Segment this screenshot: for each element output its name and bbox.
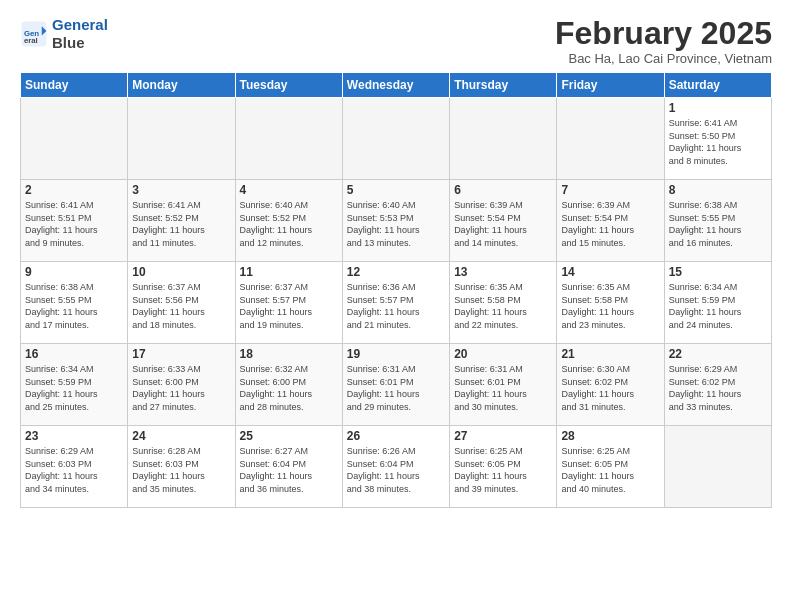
day-info: Sunrise: 6:40 AM Sunset: 5:53 PM Dayligh… — [347, 199, 445, 249]
day-cell: 14Sunrise: 6:35 AM Sunset: 5:58 PM Dayli… — [557, 262, 664, 344]
day-number: 6 — [454, 183, 552, 197]
day-info: Sunrise: 6:31 AM Sunset: 6:01 PM Dayligh… — [347, 363, 445, 413]
svg-text:eral: eral — [24, 36, 38, 45]
day-info: Sunrise: 6:36 AM Sunset: 5:57 PM Dayligh… — [347, 281, 445, 331]
day-cell — [235, 98, 342, 180]
header-cell-thursday: Thursday — [450, 73, 557, 98]
day-cell: 28Sunrise: 6:25 AM Sunset: 6:05 PM Dayli… — [557, 426, 664, 508]
day-number: 23 — [25, 429, 123, 443]
day-number: 16 — [25, 347, 123, 361]
day-number: 4 — [240, 183, 338, 197]
day-cell — [450, 98, 557, 180]
day-cell: 1Sunrise: 6:41 AM Sunset: 5:50 PM Daylig… — [664, 98, 771, 180]
day-cell — [128, 98, 235, 180]
day-number: 12 — [347, 265, 445, 279]
page: Gen eral General Blue February 2025 Bac … — [0, 0, 792, 518]
day-cell: 26Sunrise: 6:26 AM Sunset: 6:04 PM Dayli… — [342, 426, 449, 508]
day-info: Sunrise: 6:25 AM Sunset: 6:05 PM Dayligh… — [454, 445, 552, 495]
day-number: 20 — [454, 347, 552, 361]
day-cell — [664, 426, 771, 508]
day-info: Sunrise: 6:31 AM Sunset: 6:01 PM Dayligh… — [454, 363, 552, 413]
day-number: 9 — [25, 265, 123, 279]
day-number: 3 — [132, 183, 230, 197]
day-number: 5 — [347, 183, 445, 197]
day-cell: 3Sunrise: 6:41 AM Sunset: 5:52 PM Daylig… — [128, 180, 235, 262]
subtitle: Bac Ha, Lao Cai Province, Vietnam — [555, 51, 772, 66]
day-cell: 6Sunrise: 6:39 AM Sunset: 5:54 PM Daylig… — [450, 180, 557, 262]
day-number: 7 — [561, 183, 659, 197]
calendar-table: SundayMondayTuesdayWednesdayThursdayFrid… — [20, 72, 772, 508]
day-cell: 23Sunrise: 6:29 AM Sunset: 6:03 PM Dayli… — [21, 426, 128, 508]
day-cell: 25Sunrise: 6:27 AM Sunset: 6:04 PM Dayli… — [235, 426, 342, 508]
header-cell-monday: Monday — [128, 73, 235, 98]
day-cell: 15Sunrise: 6:34 AM Sunset: 5:59 PM Dayli… — [664, 262, 771, 344]
day-info: Sunrise: 6:41 AM Sunset: 5:50 PM Dayligh… — [669, 117, 767, 167]
day-cell: 17Sunrise: 6:33 AM Sunset: 6:00 PM Dayli… — [128, 344, 235, 426]
day-info: Sunrise: 6:39 AM Sunset: 5:54 PM Dayligh… — [561, 199, 659, 249]
week-row-4: 16Sunrise: 6:34 AM Sunset: 5:59 PM Dayli… — [21, 344, 772, 426]
header-row: SundayMondayTuesdayWednesdayThursdayFrid… — [21, 73, 772, 98]
day-number: 25 — [240, 429, 338, 443]
day-cell: 21Sunrise: 6:30 AM Sunset: 6:02 PM Dayli… — [557, 344, 664, 426]
logo-text: General Blue — [52, 16, 108, 52]
day-number: 26 — [347, 429, 445, 443]
day-cell: 27Sunrise: 6:25 AM Sunset: 6:05 PM Dayli… — [450, 426, 557, 508]
day-cell — [557, 98, 664, 180]
day-info: Sunrise: 6:39 AM Sunset: 5:54 PM Dayligh… — [454, 199, 552, 249]
day-cell: 16Sunrise: 6:34 AM Sunset: 5:59 PM Dayli… — [21, 344, 128, 426]
day-cell — [21, 98, 128, 180]
day-cell: 12Sunrise: 6:36 AM Sunset: 5:57 PM Dayli… — [342, 262, 449, 344]
day-cell: 24Sunrise: 6:28 AM Sunset: 6:03 PM Dayli… — [128, 426, 235, 508]
day-number: 24 — [132, 429, 230, 443]
day-cell — [342, 98, 449, 180]
day-cell: 20Sunrise: 6:31 AM Sunset: 6:01 PM Dayli… — [450, 344, 557, 426]
day-number: 11 — [240, 265, 338, 279]
day-cell: 9Sunrise: 6:38 AM Sunset: 5:55 PM Daylig… — [21, 262, 128, 344]
day-info: Sunrise: 6:37 AM Sunset: 5:56 PM Dayligh… — [132, 281, 230, 331]
day-info: Sunrise: 6:27 AM Sunset: 6:04 PM Dayligh… — [240, 445, 338, 495]
header-cell-tuesday: Tuesday — [235, 73, 342, 98]
header-cell-friday: Friday — [557, 73, 664, 98]
day-info: Sunrise: 6:33 AM Sunset: 6:00 PM Dayligh… — [132, 363, 230, 413]
day-info: Sunrise: 6:30 AM Sunset: 6:02 PM Dayligh… — [561, 363, 659, 413]
day-info: Sunrise: 6:37 AM Sunset: 5:57 PM Dayligh… — [240, 281, 338, 331]
day-info: Sunrise: 6:41 AM Sunset: 5:52 PM Dayligh… — [132, 199, 230, 249]
day-info: Sunrise: 6:28 AM Sunset: 6:03 PM Dayligh… — [132, 445, 230, 495]
day-number: 10 — [132, 265, 230, 279]
day-cell: 7Sunrise: 6:39 AM Sunset: 5:54 PM Daylig… — [557, 180, 664, 262]
day-number: 1 — [669, 101, 767, 115]
day-info: Sunrise: 6:40 AM Sunset: 5:52 PM Dayligh… — [240, 199, 338, 249]
day-cell: 8Sunrise: 6:38 AM Sunset: 5:55 PM Daylig… — [664, 180, 771, 262]
day-info: Sunrise: 6:29 AM Sunset: 6:02 PM Dayligh… — [669, 363, 767, 413]
day-cell: 22Sunrise: 6:29 AM Sunset: 6:02 PM Dayli… — [664, 344, 771, 426]
day-info: Sunrise: 6:41 AM Sunset: 5:51 PM Dayligh… — [25, 199, 123, 249]
month-title: February 2025 — [555, 16, 772, 51]
day-info: Sunrise: 6:25 AM Sunset: 6:05 PM Dayligh… — [561, 445, 659, 495]
day-number: 14 — [561, 265, 659, 279]
day-number: 22 — [669, 347, 767, 361]
header: Gen eral General Blue February 2025 Bac … — [20, 16, 772, 66]
day-number: 13 — [454, 265, 552, 279]
day-info: Sunrise: 6:38 AM Sunset: 5:55 PM Dayligh… — [25, 281, 123, 331]
title-block: February 2025 Bac Ha, Lao Cai Province, … — [555, 16, 772, 66]
day-info: Sunrise: 6:26 AM Sunset: 6:04 PM Dayligh… — [347, 445, 445, 495]
day-cell: 19Sunrise: 6:31 AM Sunset: 6:01 PM Dayli… — [342, 344, 449, 426]
day-info: Sunrise: 6:38 AM Sunset: 5:55 PM Dayligh… — [669, 199, 767, 249]
header-cell-wednesday: Wednesday — [342, 73, 449, 98]
day-cell: 5Sunrise: 6:40 AM Sunset: 5:53 PM Daylig… — [342, 180, 449, 262]
day-number: 21 — [561, 347, 659, 361]
day-number: 19 — [347, 347, 445, 361]
logo: Gen eral General Blue — [20, 16, 108, 52]
week-row-3: 9Sunrise: 6:38 AM Sunset: 5:55 PM Daylig… — [21, 262, 772, 344]
day-cell: 13Sunrise: 6:35 AM Sunset: 5:58 PM Dayli… — [450, 262, 557, 344]
day-cell: 4Sunrise: 6:40 AM Sunset: 5:52 PM Daylig… — [235, 180, 342, 262]
day-number: 15 — [669, 265, 767, 279]
day-info: Sunrise: 6:34 AM Sunset: 5:59 PM Dayligh… — [669, 281, 767, 331]
day-info: Sunrise: 6:35 AM Sunset: 5:58 PM Dayligh… — [561, 281, 659, 331]
day-number: 18 — [240, 347, 338, 361]
day-cell: 11Sunrise: 6:37 AM Sunset: 5:57 PM Dayli… — [235, 262, 342, 344]
day-cell: 18Sunrise: 6:32 AM Sunset: 6:00 PM Dayli… — [235, 344, 342, 426]
week-row-1: 1Sunrise: 6:41 AM Sunset: 5:50 PM Daylig… — [21, 98, 772, 180]
day-number: 8 — [669, 183, 767, 197]
day-info: Sunrise: 6:32 AM Sunset: 6:00 PM Dayligh… — [240, 363, 338, 413]
